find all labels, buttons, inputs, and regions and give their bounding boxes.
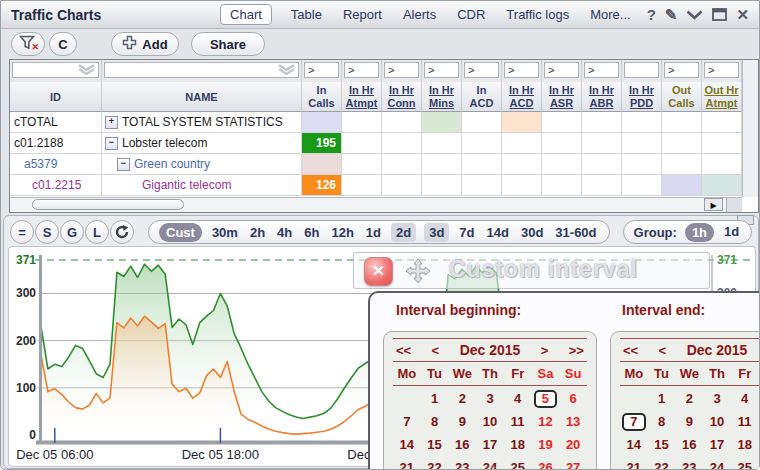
end-fast-prev-button[interactable]: <<: [623, 343, 638, 358]
begin-day-7[interactable]: 7: [393, 413, 421, 431]
filter-input-in-hr-atmpt[interactable]: >: [344, 62, 379, 78]
tab-chart[interactable]: Chart: [220, 4, 272, 25]
end-day-17[interactable]: 17: [703, 436, 731, 454]
metric-cell-in-hr-conn[interactable]: [382, 112, 422, 133]
metric-cell-in-hr-conn[interactable]: [382, 154, 422, 175]
end-day-4[interactable]: 4: [731, 390, 759, 408]
begin-day-16[interactable]: 16: [448, 436, 476, 454]
column-header-id[interactable]: ID: [10, 82, 102, 112]
begin-next-button[interactable]: >: [541, 343, 549, 358]
column-header-in-calls[interactable]: InCalls: [302, 82, 342, 112]
range-2h[interactable]: 2h: [248, 224, 267, 241]
metric-cell-in-hr-abr[interactable]: [582, 133, 622, 154]
metric-cell-in-hr-asr[interactable]: [542, 175, 582, 196]
metric-cell-in-hr-pdd[interactable]: [622, 112, 662, 133]
end-day-24[interactable]: 24: [703, 459, 731, 470]
metric-cell-in-hr-atmpt[interactable]: [342, 133, 382, 154]
metric-cell-in-hr-mins[interactable]: [422, 133, 462, 154]
filter-input-in-hr-asr[interactable]: >: [544, 62, 579, 78]
begin-day-12[interactable]: 12: [532, 413, 560, 431]
move-icon[interactable]: [405, 258, 431, 288]
row-name-cell[interactable]: −Green country: [102, 154, 302, 175]
table-horizontal-scrollbar[interactable]: ▶: [10, 197, 742, 212]
begin-fast-prev-button[interactable]: <<: [396, 343, 411, 358]
row-id-cell[interactable]: a5379: [10, 154, 102, 175]
range-30d[interactable]: 30d: [519, 224, 545, 241]
end-day-7-selected[interactable]: 7: [622, 413, 646, 431]
begin-day-8[interactable]: 8: [421, 413, 449, 431]
metric-cell-in-calls[interactable]: 126: [302, 175, 342, 196]
column-header-in-hr-mins[interactable]: In HrMins: [422, 82, 462, 112]
tab-more[interactable]: More...: [588, 5, 632, 24]
filter-input-in-hr-acd[interactable]: >: [504, 62, 539, 78]
metric-cell-in-hr-pdd[interactable]: [622, 133, 662, 154]
name-filter-input[interactable]: [104, 62, 299, 78]
filter-input-in-hr-pdd[interactable]: [624, 62, 659, 78]
begin-day-19[interactable]: 19: [532, 436, 560, 454]
row-name-cell[interactable]: +TOTAL SYSTEM STATISTICS: [102, 112, 302, 133]
row-id-cell[interactable]: c01.2188: [10, 133, 102, 154]
edit-pencil-icon[interactable]: ✎: [665, 7, 678, 22]
range-2d[interactable]: 2d: [391, 223, 416, 242]
begin-day-11[interactable]: 11: [504, 413, 532, 431]
column-header-in-hr-atmpt[interactable]: In HrAtmpt: [342, 82, 382, 112]
range-1d[interactable]: 1d: [364, 224, 383, 241]
begin-day-9[interactable]: 9: [448, 413, 476, 431]
begin-day-17[interactable]: 17: [476, 436, 504, 454]
metric-cell-in-hr-atmpt[interactable]: [342, 154, 382, 175]
row-id-cell[interactable]: c01.2215: [10, 175, 102, 196]
begin-day-24[interactable]: 24: [476, 459, 504, 470]
metric-cell-in-acd[interactable]: [462, 133, 502, 154]
column-header-out-calls[interactable]: OutCalls: [662, 82, 702, 112]
row-name-cell[interactable]: Gigantic telecom: [102, 175, 302, 196]
end-day-3[interactable]: 3: [703, 390, 731, 408]
begin-day-6[interactable]: 6: [559, 390, 587, 408]
end-day-8[interactable]: 8: [648, 413, 676, 431]
metric-cell-in-acd[interactable]: [462, 112, 502, 133]
g-button[interactable]: G: [60, 220, 84, 244]
row-name-cell[interactable]: −Lobster telecom: [102, 133, 302, 154]
end-day-10[interactable]: 10: [703, 413, 731, 431]
metric-cell-in-hr-conn[interactable]: [382, 133, 422, 154]
column-header-in-hr-pdd[interactable]: In HrPDD: [622, 82, 662, 112]
begin-day-2[interactable]: 2: [448, 390, 476, 408]
help-icon[interactable]: ?: [647, 7, 656, 22]
metric-cell-in-hr-abr[interactable]: [582, 175, 622, 196]
metric-cell-in-hr-asr[interactable]: [542, 133, 582, 154]
range-7d[interactable]: 7d: [457, 224, 476, 241]
group-1h[interactable]: 1h: [685, 223, 714, 242]
column-header-in-hr-asr[interactable]: In HrASR: [542, 82, 582, 112]
range-31-60d[interactable]: 31-60d: [553, 224, 598, 241]
begin-day-23[interactable]: 23: [448, 459, 476, 470]
metric-cell-out-calls[interactable]: [662, 154, 702, 175]
metric-cell-in-hr-mins[interactable]: [422, 154, 462, 175]
metric-cell-in-hr-asr[interactable]: [542, 154, 582, 175]
tab-report[interactable]: Report: [341, 5, 384, 24]
metric-cell-in-hr-pdd[interactable]: [622, 175, 662, 196]
table-vertical-scrollbar[interactable]: [742, 60, 758, 197]
filter-input-in-hr-mins[interactable]: >: [424, 62, 459, 78]
metric-cell-in-hr-atmpt[interactable]: [342, 175, 382, 196]
metric-cell-in-hr-acd[interactable]: [502, 112, 542, 133]
end-day-1[interactable]: 1: [648, 390, 676, 408]
metric-cell-out-hr-atmpt[interactable]: [702, 154, 742, 175]
end-day-11[interactable]: 11: [731, 413, 759, 431]
modal-close-icon[interactable]: ✕: [364, 257, 393, 286]
begin-day-3[interactable]: 3: [476, 390, 504, 408]
column-header-in-hr-conn[interactable]: In HrConn: [382, 82, 422, 112]
begin-day-13[interactable]: 13: [559, 413, 587, 431]
tab-cdr[interactable]: CDR: [455, 5, 487, 24]
begin-fast-next-button[interactable]: >>: [569, 343, 584, 358]
metric-cell-in-hr-abr[interactable]: [582, 112, 622, 133]
end-day-14[interactable]: 14: [620, 436, 648, 454]
collapse-icon[interactable]: −: [105, 137, 118, 150]
begin-day-18[interactable]: 18: [504, 436, 532, 454]
end-prev-button[interactable]: <: [659, 343, 667, 358]
begin-day-14[interactable]: 14: [393, 436, 421, 454]
group-1d[interactable]: 1d: [722, 223, 741, 242]
end-day-22[interactable]: 22: [648, 459, 676, 470]
hscroll-right-arrow[interactable]: ▶: [704, 198, 723, 211]
column-header-in-hr-abr[interactable]: In HrABR: [582, 82, 622, 112]
column-header-in-acd[interactable]: InACD: [462, 82, 502, 112]
begin-day-27[interactable]: 27: [559, 459, 587, 470]
